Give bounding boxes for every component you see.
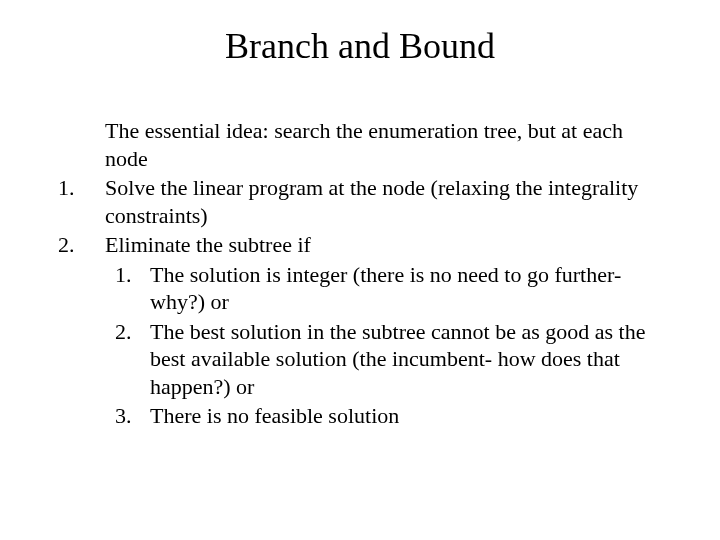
item-marker: 1. — [50, 174, 105, 229]
slide-content: The essential idea: search the enumerati… — [50, 117, 670, 430]
item-text: Solve the linear program at the node (re… — [105, 174, 670, 229]
sub-item-marker: 3. — [105, 402, 150, 430]
sub-item-text: There is no feasible solution — [150, 402, 670, 430]
sub-list-item: 3. There is no feasible solution — [105, 402, 670, 430]
sub-item-text: The solution is integer (there is no nee… — [150, 261, 670, 316]
item-marker: 2. — [50, 231, 105, 259]
slide-title: Branch and Bound — [50, 25, 670, 67]
sub-item-marker: 2. — [105, 318, 150, 401]
sub-item-marker: 1. — [105, 261, 150, 316]
list-item: 1. Solve the linear program at the node … — [50, 174, 670, 229]
sub-list: 1. The solution is integer (there is no … — [105, 261, 670, 430]
sub-list-item: 1. The solution is integer (there is no … — [105, 261, 670, 316]
item-text: Eliminate the subtree if — [105, 231, 670, 259]
intro-text: The essential idea: search the enumerati… — [105, 117, 670, 172]
main-list: 1. Solve the linear program at the node … — [50, 174, 670, 259]
sub-list-item: 2. The best solution in the subtree cann… — [105, 318, 670, 401]
list-item: 2. Eliminate the subtree if — [50, 231, 670, 259]
sub-item-text: The best solution in the subtree cannot … — [150, 318, 670, 401]
